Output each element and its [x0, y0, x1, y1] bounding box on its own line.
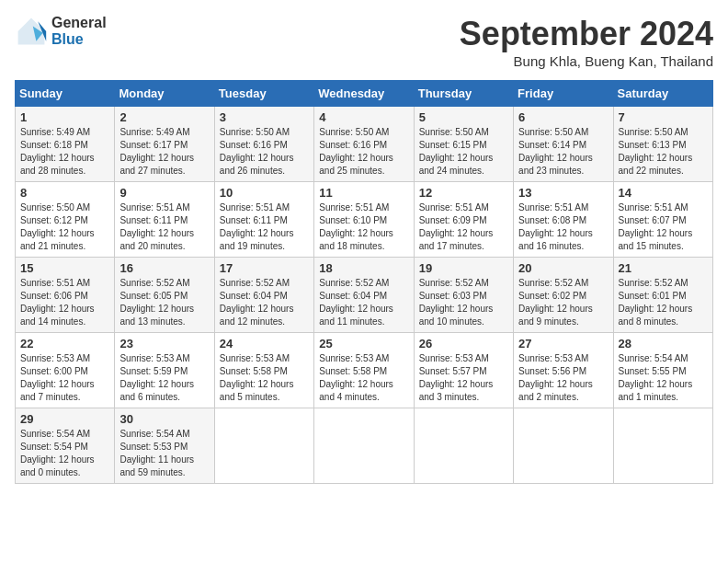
calendar-day-cell: 23Sunrise: 5:53 AMSunset: 5:59 PMDayligh… [115, 333, 214, 408]
day-number: 17 [220, 261, 309, 275]
day-info: Sunrise: 5:51 AMSunset: 6:09 PMDaylight:… [419, 202, 494, 251]
day-info: Sunrise: 5:50 AMSunset: 6:15 PMDaylight:… [419, 127, 494, 176]
day-info: Sunrise: 5:53 AMSunset: 5:59 PMDaylight:… [119, 353, 194, 402]
day-number: 28 [619, 337, 708, 350]
day-number: 24 [220, 337, 309, 350]
calendar-day-cell: 22Sunrise: 5:53 AMSunset: 6:00 PMDayligh… [16, 333, 115, 408]
day-number: 10 [220, 186, 309, 200]
day-info: Sunrise: 5:51 AMSunset: 6:10 PMDaylight:… [319, 202, 393, 251]
calendar-week-row: 1Sunrise: 5:49 AMSunset: 6:18 PMDaylight… [16, 107, 713, 182]
calendar-day-cell: 25Sunrise: 5:53 AMSunset: 5:58 PMDayligh… [314, 333, 414, 408]
day-info: Sunrise: 5:51 AMSunset: 6:07 PMDaylight:… [619, 202, 693, 251]
day-number: 8 [20, 186, 109, 200]
day-number: 23 [119, 337, 209, 350]
calendar-week-row: 22Sunrise: 5:53 AMSunset: 6:00 PMDayligh… [16, 333, 713, 408]
day-info: Sunrise: 5:53 AMSunset: 5:56 PMDaylight:… [518, 353, 593, 402]
day-info: Sunrise: 5:52 AMSunset: 6:03 PMDaylight:… [419, 278, 494, 327]
calendar-day-cell: 13Sunrise: 5:51 AMSunset: 6:08 PMDayligh… [514, 182, 613, 258]
calendar-day-cell: 7Sunrise: 5:50 AMSunset: 6:13 PMDaylight… [613, 107, 712, 182]
day-info: Sunrise: 5:52 AMSunset: 6:04 PMDaylight:… [319, 278, 393, 327]
calendar-week-row: 8Sunrise: 5:50 AMSunset: 6:12 PMDaylight… [16, 182, 713, 258]
calendar-week-row: 15Sunrise: 5:51 AMSunset: 6:06 PMDayligh… [16, 258, 713, 333]
day-number: 15 [20, 261, 109, 275]
day-info: Sunrise: 5:51 AMSunset: 6:11 PMDaylight:… [220, 202, 294, 251]
day-info: Sunrise: 5:51 AMSunset: 6:11 PMDaylight:… [119, 202, 194, 251]
calendar-day-cell: 1Sunrise: 5:49 AMSunset: 6:18 PMDaylight… [16, 107, 115, 182]
calendar-day-cell [613, 408, 712, 484]
header: General Blue September 2024 Bung Khla, B… [15, 15, 713, 69]
calendar-day-cell: 14Sunrise: 5:51 AMSunset: 6:07 PMDayligh… [613, 182, 712, 258]
calendar-day-cell: 4Sunrise: 5:50 AMSunset: 6:16 PMDaylight… [314, 107, 414, 182]
svg-marker-0 [18, 18, 45, 45]
day-info: Sunrise: 5:52 AMSunset: 6:02 PMDaylight:… [518, 278, 593, 327]
day-number: 11 [319, 186, 408, 200]
logo-icon [15, 15, 48, 48]
calendar-day-cell: 15Sunrise: 5:51 AMSunset: 6:06 PMDayligh… [16, 258, 115, 333]
calendar-day-cell: 28Sunrise: 5:54 AMSunset: 5:55 PMDayligh… [613, 333, 712, 408]
calendar-day-cell: 10Sunrise: 5:51 AMSunset: 6:11 PMDayligh… [214, 182, 313, 258]
weekday-header-wednesday: Wednesday [314, 81, 414, 107]
month-title: September 2024 [460, 15, 713, 53]
day-info: Sunrise: 5:53 AMSunset: 5:57 PMDaylight:… [419, 353, 494, 402]
day-number: 16 [119, 261, 209, 275]
weekday-header-saturday: Saturday [613, 81, 712, 107]
day-number: 14 [619, 186, 708, 200]
location-title: Bung Khla, Bueng Kan, Thailand [460, 53, 713, 69]
day-info: Sunrise: 5:50 AMSunset: 6:14 PMDaylight:… [518, 127, 593, 176]
calendar-day-cell: 19Sunrise: 5:52 AMSunset: 6:03 PMDayligh… [414, 258, 513, 333]
day-number: 6 [518, 110, 608, 124]
weekday-header-thursday: Thursday [414, 81, 513, 107]
weekday-header-tuesday: Tuesday [214, 81, 313, 107]
calendar-day-cell: 27Sunrise: 5:53 AMSunset: 5:56 PMDayligh… [514, 333, 613, 408]
day-number: 12 [419, 186, 508, 200]
calendar-day-cell: 30Sunrise: 5:54 AMSunset: 5:53 PMDayligh… [115, 408, 214, 484]
day-info: Sunrise: 5:52 AMSunset: 6:05 PMDaylight:… [119, 278, 194, 327]
weekday-header-row: SundayMondayTuesdayWednesdayThursdayFrid… [16, 81, 713, 107]
day-number: 30 [119, 412, 209, 426]
calendar-day-cell: 20Sunrise: 5:52 AMSunset: 6:02 PMDayligh… [514, 258, 613, 333]
logo: General Blue [15, 15, 107, 48]
calendar-day-cell: 29Sunrise: 5:54 AMSunset: 5:54 PMDayligh… [16, 408, 115, 484]
calendar-day-cell [514, 408, 613, 484]
day-info: Sunrise: 5:51 AMSunset: 6:06 PMDaylight:… [20, 278, 95, 327]
calendar-day-cell [214, 408, 313, 484]
logo-blue: Blue [51, 31, 107, 48]
calendar-day-cell: 12Sunrise: 5:51 AMSunset: 6:09 PMDayligh… [414, 182, 513, 258]
weekday-header-monday: Monday [115, 81, 214, 107]
day-number: 5 [419, 110, 508, 124]
day-info: Sunrise: 5:49 AMSunset: 6:17 PMDaylight:… [119, 127, 194, 176]
logo-text: General Blue [51, 15, 107, 47]
day-number: 25 [319, 337, 408, 350]
calendar-day-cell: 18Sunrise: 5:52 AMSunset: 6:04 PMDayligh… [314, 258, 414, 333]
day-number: 22 [20, 337, 109, 350]
calendar-day-cell: 5Sunrise: 5:50 AMSunset: 6:15 PMDaylight… [414, 107, 513, 182]
calendar-day-cell: 24Sunrise: 5:53 AMSunset: 5:58 PMDayligh… [214, 333, 313, 408]
weekday-header-sunday: Sunday [16, 81, 115, 107]
day-info: Sunrise: 5:52 AMSunset: 6:01 PMDaylight:… [619, 278, 693, 327]
title-area: September 2024 Bung Khla, Bueng Kan, Tha… [460, 15, 713, 69]
day-info: Sunrise: 5:49 AMSunset: 6:18 PMDaylight:… [20, 127, 95, 176]
day-info: Sunrise: 5:54 AMSunset: 5:53 PMDaylight:… [119, 429, 194, 477]
day-number: 19 [419, 261, 508, 275]
day-info: Sunrise: 5:51 AMSunset: 6:08 PMDaylight:… [518, 202, 593, 251]
day-number: 7 [619, 110, 708, 124]
day-number: 27 [518, 337, 608, 350]
day-number: 29 [20, 412, 109, 426]
day-info: Sunrise: 5:50 AMSunset: 6:13 PMDaylight:… [619, 127, 693, 176]
calendar-day-cell: 6Sunrise: 5:50 AMSunset: 6:14 PMDaylight… [514, 107, 613, 182]
day-info: Sunrise: 5:53 AMSunset: 5:58 PMDaylight:… [319, 353, 393, 402]
calendar-day-cell: 17Sunrise: 5:52 AMSunset: 6:04 PMDayligh… [214, 258, 313, 333]
calendar-day-cell: 8Sunrise: 5:50 AMSunset: 6:12 PMDaylight… [16, 182, 115, 258]
day-info: Sunrise: 5:50 AMSunset: 6:16 PMDaylight:… [319, 127, 393, 176]
calendar-day-cell: 11Sunrise: 5:51 AMSunset: 6:10 PMDayligh… [314, 182, 414, 258]
day-info: Sunrise: 5:50 AMSunset: 6:16 PMDaylight:… [220, 127, 294, 176]
day-info: Sunrise: 5:50 AMSunset: 6:12 PMDaylight:… [20, 202, 95, 251]
day-number: 13 [518, 186, 608, 200]
day-info: Sunrise: 5:54 AMSunset: 5:55 PMDaylight:… [619, 353, 693, 402]
calendar-day-cell: 26Sunrise: 5:53 AMSunset: 5:57 PMDayligh… [414, 333, 513, 408]
day-number: 2 [119, 110, 209, 124]
calendar-day-cell: 2Sunrise: 5:49 AMSunset: 6:17 PMDaylight… [115, 107, 214, 182]
day-number: 4 [319, 110, 408, 124]
calendar-day-cell: 9Sunrise: 5:51 AMSunset: 6:11 PMDaylight… [115, 182, 214, 258]
day-info: Sunrise: 5:53 AMSunset: 5:58 PMDaylight:… [220, 353, 294, 402]
